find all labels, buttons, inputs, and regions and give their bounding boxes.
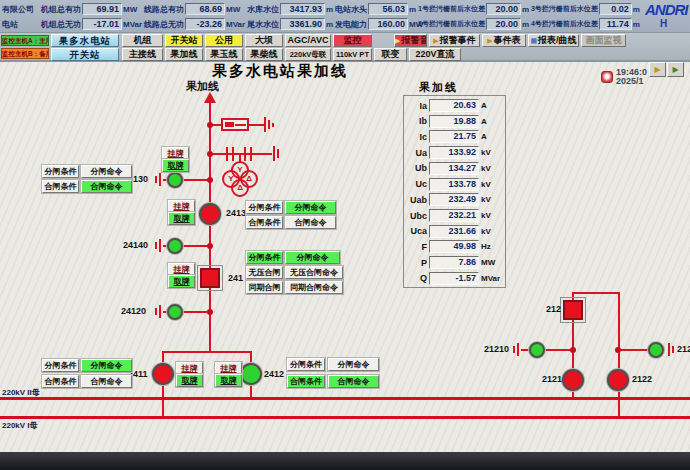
line-active-power-value: 68.69	[185, 3, 225, 15]
tailwater-level-value: 3361.90	[280, 18, 325, 30]
tab-coupling-transformer[interactable]: 联变	[374, 48, 407, 61]
feeder-label: 果加线	[186, 79, 219, 94]
scada-screen: 有限公司 机组总有功 69.91 MW 线路总有功 68.69 MW 水库水位 …	[0, 0, 690, 470]
capacitor-icon	[232, 147, 234, 161]
untag-button-2412[interactable]: 取牌	[215, 374, 242, 387]
capacitor-icon	[244, 147, 246, 161]
disconnector-2121[interactable]	[562, 369, 584, 391]
ground-icon	[264, 117, 266, 132]
trashrack2-diff-label: 2号拦污栅前后水位差	[418, 19, 485, 29]
tab-units[interactable]: 机组	[122, 34, 163, 47]
novolt-close-command-241[interactable]: 无压合闸命令	[285, 266, 343, 279]
sync-close-condition-241[interactable]: 同期合闸	[246, 281, 283, 294]
uc-value: 133.78	[429, 178, 479, 191]
tab-220kv-buscoupler[interactable]: 220kV母联	[285, 48, 331, 61]
total-reactive-power-value: -17.01	[82, 18, 122, 30]
close-condition-24130[interactable]: 合闸条件	[42, 180, 79, 193]
screen-texture	[0, 62, 690, 452]
untag-button-2411[interactable]: 取牌	[176, 374, 203, 387]
open-command-241[interactable]: 分闸命令	[285, 251, 340, 264]
breaker-212[interactable]	[563, 300, 583, 320]
measurement-row-uca: Uca231.66kV	[404, 225, 503, 238]
junction-dot	[207, 177, 213, 183]
station-head-unit: m	[409, 5, 417, 14]
earth-switch-21210[interactable]	[529, 342, 545, 358]
close-condition-2411[interactable]: 合闸条件	[42, 375, 79, 388]
disconnector-2412[interactable]	[240, 363, 262, 385]
tab-guoyu-line[interactable]: 果玉线	[205, 48, 243, 61]
mini-tool-button-1[interactable]: ▶	[649, 62, 666, 77]
reservoir-level-value: 3417.93	[280, 3, 325, 15]
open-condition-2413[interactable]: 分闸条件	[246, 201, 283, 214]
measurement-row-p: P7.86MW	[404, 256, 503, 269]
earth-switch-24130[interactable]	[167, 172, 183, 188]
trashrack1-diff-unit: m	[522, 5, 530, 14]
disconnector-2411[interactable]	[152, 363, 174, 385]
line-reactive-power-unit: MVar	[226, 20, 246, 29]
open-condition-241[interactable]: 分闸条件	[246, 251, 283, 264]
tab-guochai-line[interactable]: 果柴线	[245, 48, 283, 61]
bus-II-line	[0, 397, 690, 400]
station-button[interactable]: 果多水电站	[51, 34, 119, 47]
disconnector-2413[interactable]	[199, 203, 221, 225]
breaker-241-label: 241	[228, 273, 243, 283]
mini-tool-button-2[interactable]: ▶	[667, 62, 684, 77]
disconnector-2122[interactable]	[607, 369, 629, 391]
ground-icon	[277, 149, 279, 158]
alarm-events-button[interactable]: ▶报警事件	[429, 34, 480, 47]
open-condition-2412[interactable]: 分闸条件	[287, 358, 325, 371]
tab-guojia-line[interactable]: 果加线	[165, 48, 203, 61]
tab-monitoring[interactable]: 监控	[333, 34, 372, 47]
total-active-power-label: 机组总有功	[41, 4, 81, 15]
company-name-line2: 电站	[2, 19, 40, 30]
alarm-sound-button[interactable]: ▶报警音	[394, 34, 427, 47]
report-curve-button[interactable]: ▦报表/曲线	[528, 34, 579, 47]
capacitor-icon	[250, 147, 252, 161]
tab-common[interactable]: 公用	[205, 34, 243, 47]
close-condition-2412[interactable]: 合闸条件	[287, 375, 325, 388]
trashrack3-diff-value: 0.02	[599, 3, 632, 15]
close-command-2412[interactable]: 合闸命令	[328, 375, 379, 388]
ua-value: 133.92	[429, 146, 479, 159]
close-command-2413[interactable]: 合闸命令	[285, 216, 336, 229]
screen-monitor-button[interactable]: 画面监视	[581, 34, 626, 47]
tab-dam[interactable]: 大坝	[245, 34, 283, 47]
sync-close-command-241[interactable]: 同期合闸命令	[285, 281, 343, 294]
open-command-2413[interactable]: 分闸命令	[285, 201, 336, 214]
ground-icon	[513, 346, 515, 353]
close-command-24130[interactable]: 合闸命令	[81, 180, 132, 193]
switch-2413-label: 2413	[226, 208, 246, 218]
tab-switchyard[interactable]: 开关站	[165, 34, 203, 47]
event-table-button[interactable]: ▶事件表	[482, 34, 526, 47]
open-condition-24130[interactable]: 分闸条件	[42, 165, 79, 178]
tab-main-wiring[interactable]: 主接线	[122, 48, 163, 61]
tab-agc-avc[interactable]: AGC/AVC	[285, 34, 331, 47]
trashrack2-diff-unit: m	[522, 20, 530, 29]
switchyard-button[interactable]: 开关站	[51, 48, 119, 61]
scada-host-b-status-badge: 监控主机B：备用	[1, 48, 49, 59]
switch-21220-line	[620, 349, 648, 351]
tab-220v-dc[interactable]: 220V直流	[409, 48, 461, 61]
open-command-24130[interactable]: 分闸命令	[81, 165, 132, 178]
novolt-close-condition-241[interactable]: 无压合闸	[246, 266, 283, 279]
untag-button-2413[interactable]: 取牌	[168, 212, 195, 225]
line-reactive-power-value: -23.26	[185, 18, 225, 30]
open-command-2412[interactable]: 分闸命令	[328, 358, 379, 371]
untag-button-241[interactable]: 取牌	[168, 275, 195, 288]
tailwater-level-label: 尾水水位	[247, 19, 279, 30]
open-condition-2411[interactable]: 分闸条件	[42, 359, 79, 372]
breaker-241[interactable]	[200, 268, 220, 288]
coupler-top-line	[572, 292, 620, 294]
tab-110kv-pt[interactable]: 110kV PT	[333, 48, 372, 61]
earth-switch-24120[interactable]	[167, 304, 183, 320]
close-command-2411[interactable]: 合闸命令	[81, 375, 132, 388]
panel-title: 果加线	[419, 80, 458, 95]
measurement-row-ia: Ia20.63A	[404, 99, 503, 112]
close-condition-2413[interactable]: 合闸条件	[246, 216, 283, 229]
open-command-2411[interactable]: 分闸命令	[81, 359, 132, 372]
date-text: 2025/1	[616, 77, 647, 86]
earth-switch-21220[interactable]	[648, 342, 664, 358]
bus-I-label: 220kV I母	[2, 420, 38, 431]
untag-button-24130[interactable]: 取牌	[162, 159, 189, 172]
earth-switch-24140[interactable]	[167, 238, 183, 254]
